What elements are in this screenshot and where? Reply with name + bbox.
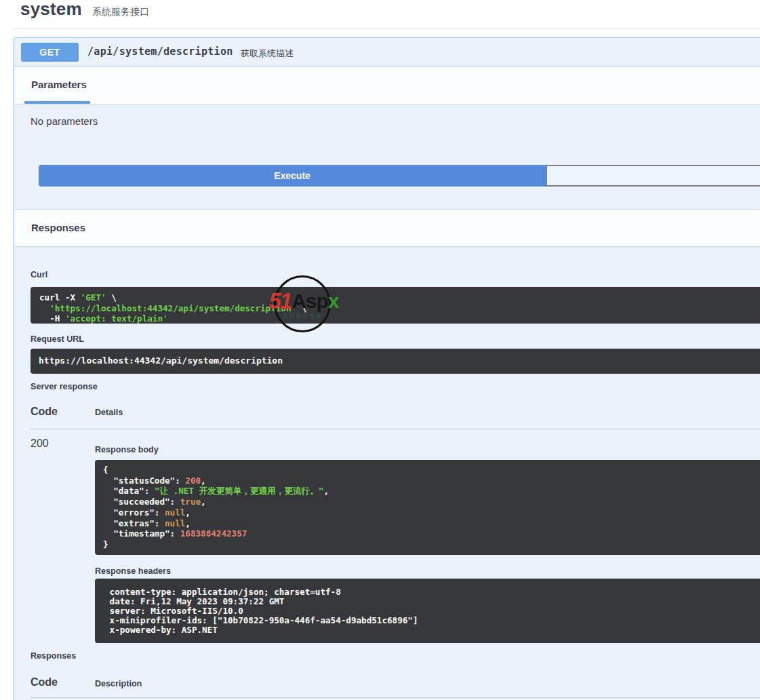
method-badge: GET xyxy=(21,43,79,62)
documented-table-divider xyxy=(31,697,760,698)
response-headers: content-type: application/json; charset=… xyxy=(95,579,760,643)
watermark-logo: 51 Asp x xyxy=(258,289,349,313)
endpoint-path: /api/system/description xyxy=(87,45,233,58)
parameters-title: Parameters xyxy=(31,79,87,90)
request-url-label: Request URL xyxy=(31,334,84,344)
server-details-header: Details xyxy=(95,408,123,417)
watermark-slogan: 源码服务专家 xyxy=(273,313,332,321)
watermark-51: 51 xyxy=(268,289,291,313)
watermark-asp: Asp xyxy=(292,289,328,313)
status-code: 200 xyxy=(31,438,49,450)
request-url-value: https://localhost:44342/api/system/descr… xyxy=(31,349,760,374)
curl-command: curl -X 'GET' \ 'https://localhost:44342… xyxy=(31,287,760,324)
watermark-x: x xyxy=(328,289,339,313)
tag-description: 系统服务接口 xyxy=(92,6,149,18)
swagger-page: system 系统服务接口 GET /api/system/descriptio… xyxy=(0,0,760,700)
server-code-header: Code xyxy=(31,406,58,418)
curl-label: Curl xyxy=(31,270,47,279)
documented-description-header: Description xyxy=(95,679,142,688)
documented-code-header: Code xyxy=(31,676,58,688)
clear-button[interactable]: Clear xyxy=(546,165,760,187)
tag-divider xyxy=(14,28,760,29)
parameters-header: Parameters xyxy=(14,66,760,104)
response-body-label: Response body xyxy=(95,445,159,454)
responses-header: Responses xyxy=(14,209,760,246)
execute-button[interactable]: Execute xyxy=(39,165,546,187)
documented-responses-label: Responses xyxy=(31,651,76,661)
response-body: { "statusCode": 200, "data": "让 .NET 开发更… xyxy=(95,460,760,555)
server-response-label: Server response xyxy=(31,382,98,391)
opblock-summary[interactable]: GET /api/system/description 获取系统描述 xyxy=(14,38,760,66)
parameters-tab-underline xyxy=(24,101,90,104)
responses-title: Responses xyxy=(31,222,85,233)
tag-title: system xyxy=(20,0,82,20)
response-headers-label: Response headers xyxy=(95,566,171,576)
server-table-divider xyxy=(31,429,760,429)
endpoint-summary: 获取系统描述 xyxy=(241,47,294,60)
no-parameters-text: No parameters xyxy=(31,115,98,127)
